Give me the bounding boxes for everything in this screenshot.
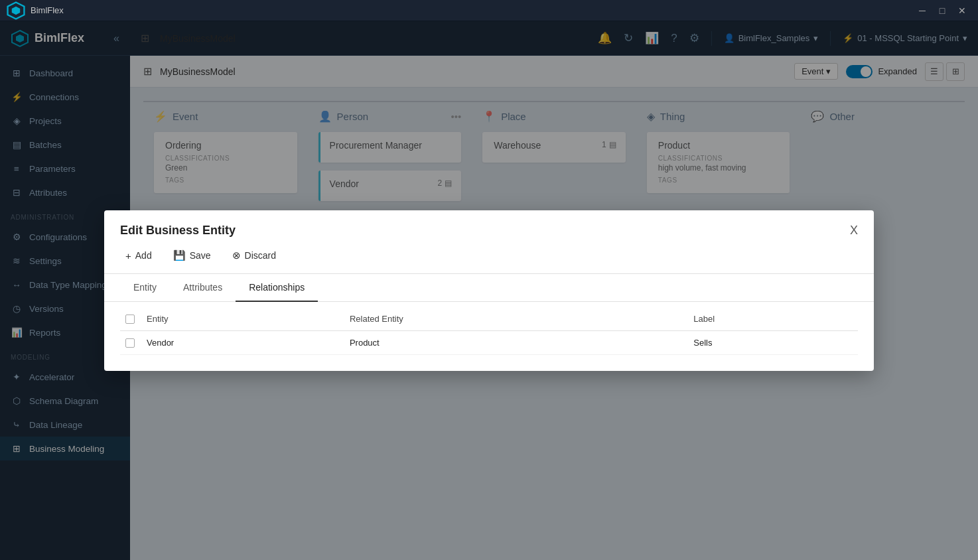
tab-entity-label: Entity xyxy=(133,282,157,293)
table-header-row: Entity Related Entity Label xyxy=(130,307,858,331)
table-row: Vendor Product Sells xyxy=(130,331,858,355)
add-button[interactable]: + Add xyxy=(130,247,157,264)
titlebar-logo-icon xyxy=(7,1,25,20)
row-checkbox-cell xyxy=(130,331,141,355)
col-label-header: Label xyxy=(688,307,858,331)
col-related-entity-header: Related Entity xyxy=(344,307,688,331)
row-label: Sells xyxy=(688,331,858,355)
modal-tabs: Entity Attributes Relationships xyxy=(130,274,874,302)
modal-header: Edit Business Entity X xyxy=(130,210,874,238)
maximize-button[interactable]: □ xyxy=(933,1,951,20)
discard-button[interactable]: ⊗ Discard xyxy=(227,247,281,264)
titlebar: BimlFlex ─ □ ✕ xyxy=(0,0,978,21)
discard-label: Discard xyxy=(245,250,276,261)
titlebar-app-name: BimlFlex xyxy=(31,5,64,15)
col-entity-header: Entity xyxy=(141,307,344,331)
tab-attributes[interactable]: Attributes xyxy=(170,274,236,302)
app-layout: BimlFlex « ⊞ Dashboard ⚡ Connections ◈ P… xyxy=(0,21,978,560)
modal-title: Edit Business Entity xyxy=(130,224,236,238)
add-label: Add xyxy=(135,250,152,261)
modal-close-button[interactable]: X xyxy=(850,224,858,238)
save-icon: 💾 xyxy=(173,249,186,261)
edit-business-entity-modal: Edit Business Entity X + Add 💾 Save ⊗ xyxy=(130,210,874,371)
modal-overlay[interactable]: Edit Business Entity X + Add 💾 Save ⊗ xyxy=(130,21,978,560)
svg-marker-1 xyxy=(12,6,20,14)
tab-entity[interactable]: Entity xyxy=(130,274,170,302)
modal-body: Entity Related Entity Label Vendor xyxy=(130,302,874,371)
relationships-table-body: Vendor Product Sells xyxy=(130,331,858,355)
row-checkbox[interactable] xyxy=(130,338,135,348)
add-icon: + xyxy=(130,250,131,261)
modal-toolbar: + Add 💾 Save ⊗ Discard xyxy=(130,238,874,274)
col-checkbox xyxy=(130,307,141,331)
save-button[interactable]: 💾 Save xyxy=(168,247,216,264)
tab-relationships[interactable]: Relationships xyxy=(236,274,318,302)
discard-icon: ⊗ xyxy=(232,249,241,261)
save-label: Save xyxy=(190,250,211,261)
main-content: ⊞ MyBusinessModel 🔔 ↻ 📊 ? ⚙ 👤 BimlFlex_S… xyxy=(130,21,978,560)
relationships-table-head: Entity Related Entity Label xyxy=(130,307,858,331)
tab-relationships-label: Relationships xyxy=(249,282,305,293)
relationships-table: Entity Related Entity Label Vendor xyxy=(130,307,858,355)
titlebar-controls: ─ □ ✕ xyxy=(913,1,971,20)
select-all-checkbox[interactable] xyxy=(130,315,135,324)
row-entity: Vendor xyxy=(141,331,344,355)
titlebar-left: BimlFlex xyxy=(7,1,64,20)
minimize-button[interactable]: ─ xyxy=(913,1,932,20)
tab-attributes-label: Attributes xyxy=(183,282,222,293)
close-button[interactable]: ✕ xyxy=(953,1,971,20)
row-related-entity: Product xyxy=(344,331,688,355)
